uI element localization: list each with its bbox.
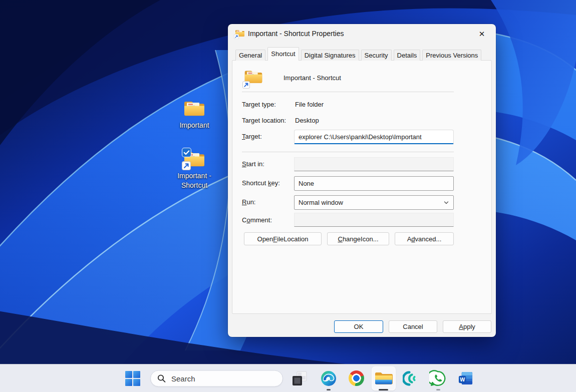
file-explorer-icon	[375, 371, 393, 386]
svg-text:W: W	[460, 376, 465, 382]
ok-button[interactable]: OK	[334, 320, 383, 333]
taskbar-item-word[interactable]: W	[457, 370, 474, 387]
run-select[interactable]: Normal window	[294, 195, 454, 210]
taskbar: Search	[0, 364, 576, 392]
desktop-icon-important[interactable]: Important	[170, 99, 218, 130]
shortcut-tab-panel: Important - Shortcut Target type: File f…	[232, 60, 492, 314]
taskbar-item-teal-wave-app[interactable]	[403, 370, 420, 387]
tab-general[interactable]: General	[235, 50, 265, 61]
apply-button[interactable]: Apply	[443, 320, 491, 333]
start-in-field[interactable]	[294, 157, 454, 171]
word-icon: W	[458, 370, 473, 386]
screen: Important Important - Shortcut Important…	[0, 0, 576, 392]
target-type-label: Target type:	[242, 101, 276, 109]
search-icon	[157, 374, 166, 382]
search-box[interactable]: Search	[150, 370, 283, 386]
sync-check-badge-icon	[182, 148, 191, 157]
target-location-label: Target location:	[242, 117, 286, 125]
shortcut-properties-dialog: Important - Shortcut Properties ✕ Genera…	[228, 24, 496, 337]
start-button[interactable]	[124, 370, 141, 387]
explorer-active-indicator	[379, 389, 388, 390]
taskbar-item-edge[interactable]	[320, 370, 337, 387]
shortcut-arrow-icon	[182, 161, 191, 170]
dialog-folder-shortcut-icon	[235, 29, 245, 38]
change-icon-button[interactable]: Change Icon...	[327, 232, 389, 245]
run-label: Run:	[242, 198, 255, 206]
tab-details[interactable]: Details	[394, 50, 421, 61]
folder-icon	[183, 99, 205, 118]
tab-digital-signatures[interactable]: Digital Signatures	[301, 50, 359, 61]
edge-icon	[321, 370, 337, 386]
taskbar-item-chrome[interactable]	[348, 370, 365, 387]
taskbar-item-file-explorer[interactable]	[372, 366, 396, 390]
comment-field[interactable]	[294, 213, 454, 227]
tab-security[interactable]: Security	[361, 50, 392, 61]
icon-label: Important - Shortcut	[170, 171, 218, 190]
taskbar-item-whatsapp[interactable]	[429, 370, 446, 387]
whatsapp-icon	[429, 369, 446, 387]
overlapping-squares-icon	[292, 371, 307, 386]
shortcut-key-label: Shortcut key:	[242, 179, 280, 187]
close-icon: ✕	[479, 30, 485, 39]
icon-label: Important	[170, 121, 218, 130]
header-name: Important - Shortcut	[283, 74, 341, 82]
target-location-value: Desktop	[295, 117, 319, 125]
cancel-button[interactable]: Cancel	[389, 320, 437, 333]
open-file-location-button[interactable]: Open File Location	[244, 232, 322, 245]
chrome-icon	[349, 370, 364, 386]
tab-strip: General Shortcut Digital Signatures Secu…	[235, 47, 483, 61]
chevron-down-icon	[443, 200, 449, 206]
advanced-button[interactable]: Advanced...	[395, 232, 454, 245]
separator	[242, 92, 454, 92]
start-in-label: Start in:	[242, 160, 264, 168]
target-type-value: File folder	[295, 101, 324, 109]
windows-logo-icon	[125, 371, 140, 386]
whatsapp-running-indicator	[436, 389, 440, 390]
run-selected-value: Normal window	[299, 199, 343, 206]
teal-wave-icon	[403, 369, 420, 387]
edge-running-indicator	[327, 389, 331, 390]
dialog-title: Important - Shortcut Properties	[248, 24, 344, 43]
shortcut-key-input[interactable]	[294, 176, 454, 191]
tab-previous-versions[interactable]: Previous Versions	[422, 50, 481, 61]
comment-label: Comment:	[242, 216, 272, 224]
dialog-titlebar[interactable]: Important - Shortcut Properties ✕	[228, 24, 496, 43]
tab-shortcut[interactable]: Shortcut	[267, 47, 299, 61]
search-placeholder: Search	[171, 374, 195, 382]
target-input[interactable]	[294, 130, 454, 144]
close-button[interactable]: ✕	[472, 27, 492, 41]
separator	[242, 152, 454, 152]
taskbar-item-squares-app[interactable]	[291, 370, 308, 387]
desktop-icon-important-shortcut[interactable]: Important - Shortcut	[170, 150, 218, 190]
header-folder-shortcut-icon	[244, 69, 264, 89]
target-label: Target:	[242, 133, 262, 141]
